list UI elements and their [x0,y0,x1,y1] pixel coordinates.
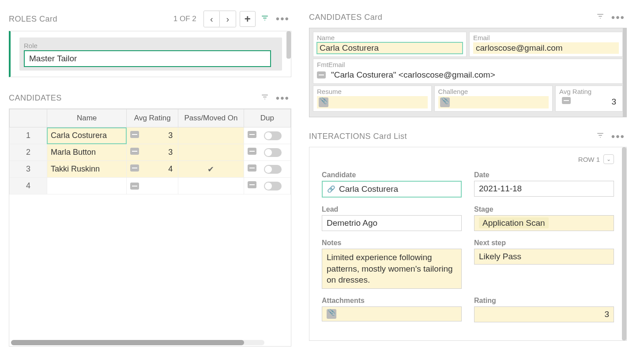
col-rownum [10,109,47,127]
toggle[interactable] [264,182,282,190]
rownum: 4 [10,178,47,194]
next-button[interactable]: › [220,11,236,27]
rating-cell[interactable]: 3 [127,127,178,144]
candidates-title: CANDIDATES [9,93,62,103]
link-icon: 🔗 [327,185,335,193]
role-input[interactable]: Master Tailor [24,50,271,67]
avg-label: Avg Rating [559,88,619,95]
pill-icon [562,97,571,104]
candidates-table: Name Avg Rating Pass/Moved On Dup 1 Carl… [9,108,291,347]
name-value[interactable]: Carla Costurera [317,42,463,54]
more-icon[interactable]: ••• [610,15,627,20]
next-input[interactable]: Likely Pass [474,249,614,265]
add-button[interactable]: + [240,11,256,27]
rating-cell[interactable] [127,178,178,194]
interactions-card: ROW 1 ⌄ Candidate 🔗Carla Costurera Date … [309,147,627,341]
rownum: 1 [10,127,47,144]
more-icon[interactable]: ••• [274,96,291,101]
pill-icon [248,181,256,188]
check-icon: ✔ [207,165,214,174]
candidates-table-header: CANDIDATES ••• [9,90,291,108]
toggle[interactable] [264,165,282,174]
name-cell[interactable]: Marla Button [47,144,126,161]
dup-cell[interactable] [244,161,290,178]
pass-cell[interactable] [178,178,244,194]
candidate-label: Candidate [322,171,462,179]
attachments-input[interactable] [322,306,462,321]
dup-cell[interactable] [244,127,290,144]
more-icon[interactable]: ••• [610,134,627,139]
stage-input[interactable]: Application Scan [474,215,614,231]
pass-cell[interactable] [178,144,244,161]
scrollbar-horizontal[interactable] [11,340,264,345]
pill-icon [248,164,256,172]
challenge-value[interactable] [438,96,549,108]
table-row[interactable]: 3 Takki Ruskinn 4 ✔ [10,161,291,178]
name-label: Name [317,34,463,41]
pill-icon [130,131,139,138]
attachment-icon [327,309,336,319]
dup-cell[interactable] [244,144,290,161]
candidate-input[interactable]: 🔗Carla Costurera [322,181,462,198]
col-dup[interactable]: Dup [244,109,290,127]
name-cell[interactable]: Takki Ruskinn [47,161,126,178]
col-pass[interactable]: Pass/Moved On [178,109,244,127]
date-label: Date [474,171,614,179]
toggle[interactable] [264,131,282,140]
rownum: 2 [10,144,47,161]
pill-icon [248,148,256,155]
email-label: Email [473,34,619,41]
interactions-header: INTERACTIONS Card List ••• [309,128,627,147]
notes-input[interactable]: Limited experience following patterns, m… [322,249,462,289]
name-cell[interactable]: Carla Costurera [47,127,126,144]
col-avg[interactable]: Avg Rating [127,109,178,127]
resume-label: Resume [317,88,428,95]
resume-value[interactable] [317,96,428,108]
pill-icon [130,183,139,190]
table-row[interactable]: 2 Marla Button 3 [10,144,291,161]
pass-cell[interactable]: ✔ [178,161,244,178]
more-icon[interactable]: ••• [274,17,291,21]
attachments-label: Attachments [322,297,462,305]
candidates-card: Name Carla Costurera Email carloscose@gm… [309,28,627,117]
rownum: 3 [10,161,47,178]
rating-cell[interactable]: 3 [127,144,178,161]
row-indicator: ROW 1 [578,156,600,163]
email-value[interactable]: carloscose@gmail.com [473,42,619,54]
pill-icon [130,164,139,172]
next-label: Next step [474,239,614,247]
pill-icon [130,148,139,155]
candidates-card-header: CANDIDATES Card ••• [309,9,627,28]
roles-title: ROLES Card [9,15,57,24]
pill-icon [317,71,326,78]
interactions-title: INTERACTIONS Card List [309,132,407,141]
table-row[interactable]: 4 [10,178,291,194]
roles-pager: 1 OF 2 [173,15,196,23]
col-name[interactable]: Name [47,109,126,127]
filter-icon[interactable] [595,11,606,24]
lead-input[interactable]: Demetrio Ago [322,215,462,231]
rating-cell[interactable]: 4 [127,161,178,178]
rating-input[interactable]: 3 [474,306,614,322]
toggle[interactable] [264,148,282,157]
candidates-card-title: CANDIDATES Card [309,13,382,22]
attachment-icon [440,97,450,107]
dup-cell[interactable] [244,178,290,194]
roles-header: ROLES Card 1 OF 2 ‹ › + ••• [9,9,291,31]
fmtemail-value[interactable]: "Carla Costurera" <carloscose@gmail.com> [317,69,619,81]
filter-icon[interactable] [259,91,271,105]
name-cell[interactable] [47,178,126,194]
lead-label: Lead [322,205,462,213]
date-input[interactable]: 2021-11-18 [474,181,614,197]
pass-cell[interactable] [178,127,244,144]
expand-button[interactable]: ⌄ [603,154,614,164]
role-label: Role [24,42,278,49]
avg-value[interactable]: 3 [559,96,619,108]
filter-icon[interactable] [259,12,271,26]
table-row[interactable]: 1 Carla Costurera 3 [10,127,291,144]
filter-icon[interactable] [595,130,606,143]
challenge-label: Challenge [438,88,549,95]
prev-button[interactable]: ‹ [204,11,220,27]
attachment-icon [319,97,328,107]
roles-card: Role Master Tailor [9,31,291,77]
